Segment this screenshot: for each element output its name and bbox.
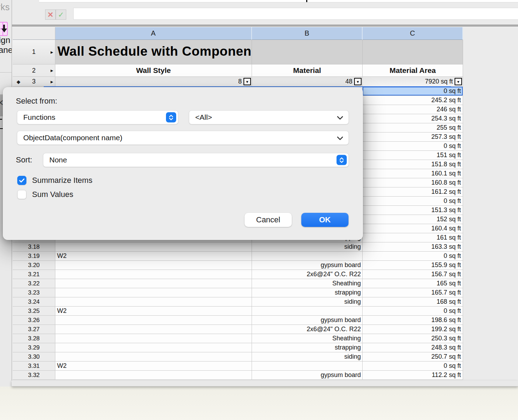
row-header[interactable]: 3.19 — [13, 252, 55, 261]
material-area-cell[interactable]: 0 sq ft — [363, 252, 463, 261]
cell-dropdown-button[interactable]: ▾ — [455, 78, 462, 85]
row-expand-arrow-icon[interactable]: ▸ — [50, 67, 53, 74]
material-area-cell[interactable]: 0 sq ft — [363, 197, 463, 206]
material-area-cell[interactable]: 250.7 sq ft — [363, 352, 463, 362]
row-header[interactable]: 3.20 — [13, 261, 55, 270]
wall-style-cell[interactable] — [55, 316, 252, 325]
formula-bar-input[interactable] — [73, 8, 518, 20]
material-area-cell[interactable]: 0 sq ft — [363, 362, 463, 371]
wall-style-cell[interactable] — [55, 242, 252, 252]
material-area-cell[interactable]: 152 sq ft — [363, 215, 463, 224]
header-cell-wall-style[interactable]: Wall Style — [55, 64, 252, 77]
cell-dropdown-button[interactable]: ▾ — [243, 78, 251, 85]
material-cell[interactable]: Sheathing — [252, 334, 363, 343]
material-area-cell[interactable]: 199.2 sq ft — [363, 325, 463, 334]
material-area-cell[interactable]: 165 sq ft — [363, 279, 463, 288]
row-header[interactable]: 3.30 — [13, 352, 55, 362]
row-header[interactable]: 3.23 — [13, 288, 55, 297]
wall-style-cell[interactable]: W2 — [55, 252, 252, 261]
wall-style-cell[interactable] — [55, 288, 252, 297]
material-area-cell[interactable]: 168 sq ft — [363, 297, 463, 307]
material-cell[interactable]: strapping — [252, 288, 363, 297]
material-area-cell[interactable]: 0 sq ft — [363, 307, 463, 316]
material-area-cell[interactable]: 160.1 sq ft — [363, 169, 463, 178]
material-cell[interactable]: 2x6@24" O.C. R22 — [252, 325, 363, 334]
row-header[interactable]: 3.29 — [13, 343, 55, 352]
material-area-cell[interactable]: 0 sq ft — [363, 87, 463, 96]
formula-accept-button[interactable]: ✓ — [56, 10, 66, 20]
material-area-cell[interactable]: 248.3 sq ft — [363, 343, 463, 352]
material-cell[interactable]: strapping — [252, 343, 363, 352]
row-header[interactable]: 3.32 — [13, 371, 55, 380]
row-header[interactable]: 3.21 — [13, 270, 55, 279]
material-area-cell[interactable]: 246 sq ft — [363, 105, 463, 114]
material-cell[interactable]: siding — [252, 297, 363, 307]
material-cell[interactable]: gypsum board — [252, 316, 363, 325]
material-area-cell[interactable]: 250.3 sq ft — [363, 334, 463, 343]
header-cell-material[interactable]: Material — [252, 64, 363, 77]
row-header[interactable]: 3.25 — [13, 307, 55, 316]
formula-cancel-button[interactable]: ✕ — [45, 10, 56, 20]
material-cell[interactable]: gypsum board — [252, 261, 363, 270]
material-cell[interactable]: gypsum board — [252, 371, 363, 380]
summary-cell-a[interactable]: 8 ▾ — [55, 77, 252, 87]
wall-style-cell[interactable] — [55, 297, 252, 307]
material-area-cell[interactable]: 112.2 sq ft — [363, 371, 463, 380]
material-area-cell[interactable]: 151 sq ft — [363, 151, 463, 160]
cell-dropdown-button[interactable]: ▾ — [354, 78, 362, 85]
material-area-cell[interactable]: 0 sq ft — [363, 142, 463, 151]
column-header-b[interactable]: B — [252, 27, 363, 40]
row-header[interactable]: 3.28 — [13, 334, 55, 343]
material-area-cell[interactable]: 245.2 sq ft — [363, 96, 463, 105]
header-cell-material-area[interactable]: Material Area — [363, 64, 463, 77]
column-header-a[interactable]: A — [55, 27, 252, 40]
wall-style-cell[interactable] — [55, 334, 252, 343]
material-area-cell[interactable]: 165.7 sq ft — [363, 288, 463, 297]
summarize-checkbox[interactable] — [17, 176, 26, 185]
wall-style-cell[interactable] — [55, 343, 252, 352]
material-area-cell[interactable]: 198.6 sq ft — [363, 316, 463, 325]
material-area-cell[interactable]: 151.3 sq ft — [363, 206, 463, 215]
row-header-3[interactable]: ◆ 3 ▸ — [13, 77, 55, 87]
material-area-cell[interactable]: 160.4 sq ft — [363, 224, 463, 233]
material-cell[interactable]: 2x6@24" O.C. R22 — [252, 270, 363, 279]
row-header-1[interactable]: 1 ▸ — [13, 40, 55, 64]
material-cell[interactable] — [252, 307, 363, 316]
wall-style-cell[interactable] — [55, 352, 252, 362]
material-area-cell[interactable]: 255 sq ft — [363, 123, 463, 132]
function-dropdown[interactable]: ObjectData(component name) — [17, 131, 349, 145]
filter-dropdown[interactable]: <All> — [189, 110, 349, 124]
material-cell[interactable] — [252, 252, 363, 261]
material-area-cell[interactable]: 254.3 sq ft — [363, 114, 463, 123]
wall-style-cell[interactable] — [55, 270, 252, 279]
material-area-cell[interactable]: 161 sq ft — [363, 233, 463, 242]
material-area-cell[interactable]: 151.8 sq ft — [363, 160, 463, 169]
category-popup[interactable]: Functions — [17, 110, 178, 124]
material-cell[interactable]: siding — [252, 352, 363, 362]
material-area-cell[interactable]: 161.2 sq ft — [363, 187, 463, 197]
material-area-cell[interactable]: 163.3 sq ft — [363, 242, 463, 252]
material-area-cell[interactable]: 155.9 sq ft — [363, 261, 463, 270]
title-cell-c[interactable] — [363, 40, 463, 64]
row-header[interactable]: 3.26 — [13, 316, 55, 325]
row-expand-arrow-icon[interactable]: ▸ — [50, 49, 53, 55]
summary-cell-c[interactable]: 7920 sq ft ▾ — [363, 77, 463, 87]
sort-popup[interactable]: None — [43, 153, 349, 167]
material-area-cell[interactable]: 156.7 sq ft — [363, 270, 463, 279]
row-expand-arrow-icon[interactable]: ▸ — [50, 79, 53, 85]
material-cell[interactable] — [252, 362, 363, 371]
sum-values-checkbox[interactable] — [17, 190, 26, 199]
wall-style-cell[interactable] — [55, 325, 252, 334]
ok-button[interactable]: OK — [301, 213, 349, 227]
wall-style-cell[interactable]: W2 — [55, 307, 252, 316]
material-cell[interactable]: Sheathing — [252, 279, 363, 288]
title-cell[interactable]: Wall Schedule with Components — [55, 40, 252, 64]
summary-cell-b[interactable]: 48 ▾ — [252, 77, 363, 87]
material-area-cell[interactable]: 257.3 sq ft — [363, 132, 463, 142]
cancel-button[interactable]: Cancel — [245, 213, 292, 227]
wall-style-cell[interactable] — [55, 261, 252, 270]
row-header-2[interactable]: 2 ▸ — [13, 64, 55, 77]
wall-style-cell[interactable]: W2 — [55, 362, 252, 371]
row-header[interactable]: 3.22 — [13, 279, 55, 288]
grid-corner-cell[interactable] — [13, 27, 55, 40]
